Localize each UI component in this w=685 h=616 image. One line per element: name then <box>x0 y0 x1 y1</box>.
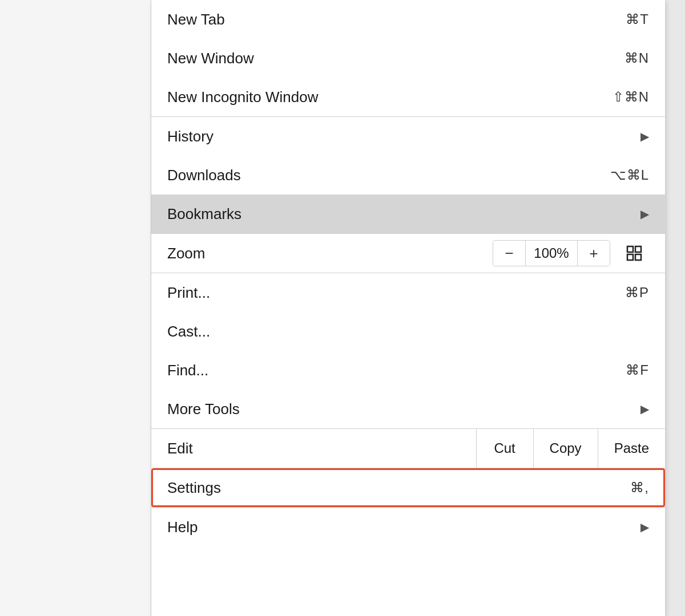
zoom-minus-button[interactable]: − <box>493 241 525 266</box>
svg-rect-1 <box>635 246 641 252</box>
bookmarks-arrow: ▶ <box>640 207 649 221</box>
find-shortcut: ⌘F <box>626 362 649 378</box>
fullscreen-button[interactable] <box>619 241 649 266</box>
zoom-label: Zoom <box>167 245 493 262</box>
edit-row: Edit Cut Copy Paste <box>151 429 665 468</box>
fullscreen-icon <box>626 245 643 262</box>
svg-rect-3 <box>635 254 641 260</box>
zoom-percent: 100% <box>526 241 577 266</box>
sidebar-strip <box>0 0 151 616</box>
menu-item-settings[interactable]: Settings ⌘, <box>151 468 665 507</box>
settings-label: Settings <box>167 479 221 497</box>
print-shortcut: ⌘P <box>625 285 649 301</box>
menu-item-new-incognito[interactable]: New Incognito Window ⇧⌘N <box>151 78 665 116</box>
help-label: Help <box>167 518 198 536</box>
zoom-minus-icon: − <box>505 245 513 262</box>
new-tab-shortcut: ⌘T <box>626 11 649 27</box>
menu-item-history[interactable]: History ▶ <box>151 117 665 156</box>
menu-item-new-window[interactable]: New Window ⌘N <box>151 39 665 78</box>
paste-label: Paste <box>614 440 649 456</box>
cut-label: Cut <box>494 440 515 456</box>
help-arrow: ▶ <box>640 520 649 534</box>
page-background: New Tab ⌘T New Window ⌘N New Incognito W… <box>0 0 685 616</box>
zoom-plus-icon: + <box>589 245 598 262</box>
menu-item-print[interactable]: Print... ⌘P <box>151 273 665 312</box>
menu-item-cast[interactable]: Cast... <box>151 312 665 351</box>
new-incognito-shortcut: ⇧⌘N <box>613 89 649 105</box>
menu-item-downloads[interactable]: Downloads ⌥⌘L <box>151 156 665 194</box>
new-incognito-label: New Incognito Window <box>167 88 318 106</box>
menu-item-new-tab[interactable]: New Tab ⌘T <box>151 0 665 39</box>
zoom-percent-value: 100% <box>534 245 569 261</box>
history-arrow: ▶ <box>640 129 649 143</box>
history-label: History <box>167 128 213 145</box>
zoom-row: Zoom − 100% + <box>151 234 665 273</box>
cut-button[interactable]: Cut <box>476 429 533 468</box>
edit-label: Edit <box>151 440 476 457</box>
menu-item-bookmarks[interactable]: Bookmarks ▶ <box>151 194 665 233</box>
zoom-plus-button[interactable]: + <box>578 241 610 266</box>
print-label: Print... <box>167 284 210 302</box>
menu-item-more-tools[interactable]: More Tools ▶ <box>151 390 665 428</box>
copy-button[interactable]: Copy <box>533 429 598 468</box>
new-window-shortcut: ⌘N <box>624 50 649 66</box>
svg-rect-2 <box>627 254 633 260</box>
bookmarks-label: Bookmarks <box>167 205 241 223</box>
cast-label: Cast... <box>167 323 210 341</box>
paste-button[interactable]: Paste <box>598 429 665 468</box>
new-tab-label: New Tab <box>167 11 225 29</box>
copy-label: Copy <box>550 440 582 456</box>
menu-item-find[interactable]: Find... ⌘F <box>151 351 665 390</box>
new-window-label: New Window <box>167 50 254 67</box>
downloads-label: Downloads <box>167 167 241 184</box>
menu-item-help[interactable]: Help ▶ <box>151 508 665 546</box>
more-tools-label: More Tools <box>167 400 240 418</box>
svg-rect-0 <box>627 246 633 252</box>
downloads-shortcut: ⌥⌘L <box>610 167 649 183</box>
chrome-menu: New Tab ⌘T New Window ⌘N New Incognito W… <box>151 0 665 616</box>
find-label: Find... <box>167 362 208 379</box>
settings-shortcut: ⌘, <box>630 480 649 496</box>
more-tools-arrow: ▶ <box>640 402 649 416</box>
zoom-controls: − 100% + <box>493 240 610 266</box>
